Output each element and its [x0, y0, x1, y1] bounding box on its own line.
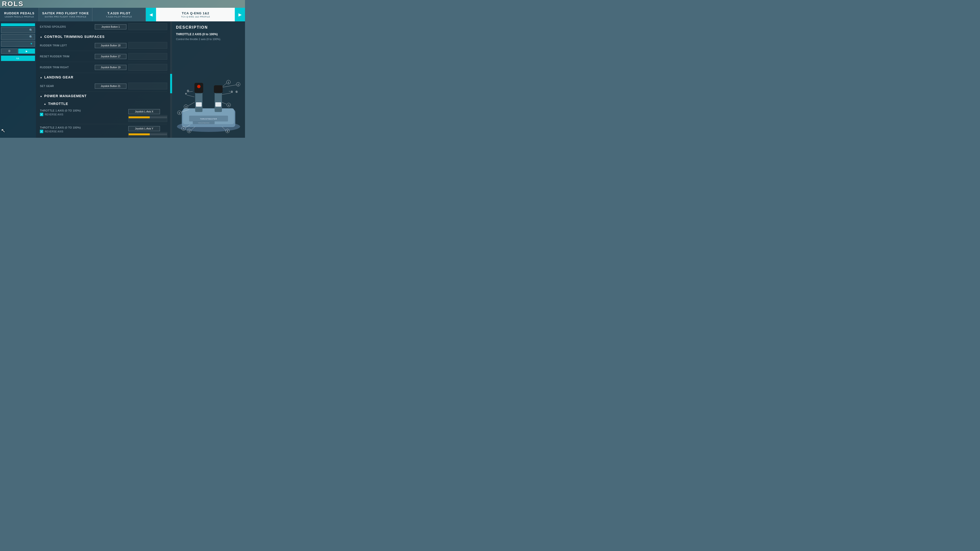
- content-inner: EXTEND SPOILERS Joystick Button 1 ▲ CONT…: [36, 21, 172, 138]
- tab-a320[interactable]: T.A320 PILOT T.A320 PILOT PROFILE: [92, 8, 146, 21]
- binding-btn-extend-spoilers-1[interactable]: Joystick Button 1: [95, 24, 126, 29]
- svg-text:⑪: ⑪: [187, 90, 189, 92]
- search-input-2[interactable]: [3, 36, 28, 38]
- svg-point-10: [197, 85, 200, 88]
- svg-line-16: [223, 83, 227, 86]
- binding-label-throttle1-container: THROTTLE 1 AXIS (0 TO 100%) ✓ REVERSE AX…: [40, 109, 126, 116]
- binding-slot-rudder-trim-right-2[interactable]: [128, 64, 167, 71]
- svg-text:1: 1: [228, 81, 229, 84]
- binding-label-extend-spoilers: EXTEND SPOILERS: [40, 25, 93, 28]
- search-icon-1: 🔍: [29, 29, 33, 32]
- tab-tca-label: TCA Q-ENG 1&2: [182, 11, 209, 15]
- chevron-landing-gear-icon: ▲: [40, 76, 42, 79]
- binding-slot-extend-spoilers-2[interactable]: [128, 23, 167, 30]
- sidebar-nav-next[interactable]: ▶: [18, 49, 35, 54]
- binding-checkbox-throttle1[interactable]: ✓: [40, 113, 43, 116]
- svg-text:2: 2: [237, 83, 239, 86]
- tab-a320-sublabel: T.A320 PILOT PROFILE: [106, 16, 132, 18]
- binding-row-rudder-trim-right: RUDDER TRIM RIGHT Joystick Button 19: [40, 62, 167, 73]
- device-svg: THRUSTMASTER THRUSTMASTER 1 2 3 4: [175, 78, 243, 134]
- checkmark-throttle1-icon: ✓: [41, 113, 43, 116]
- nav-prev-icon: D: [8, 50, 10, 52]
- section-header-landing-gear[interactable]: ▲ LANDING GEAR: [40, 73, 167, 81]
- binding-btn-set-gear-1[interactable]: Joystick Button 21: [95, 84, 126, 89]
- install-all-label: LL: [16, 57, 19, 60]
- dropdown-chevron-icon: ▼: [30, 42, 33, 45]
- scroll-track[interactable]: [170, 21, 172, 138]
- binding-btn-rudder-trim-right-1[interactable]: Joystick Button 19: [95, 65, 126, 70]
- tab-saitek[interactable]: SAITEK PRO FLIGHT YOKE SAITEK PRO FLIGHT…: [39, 8, 92, 21]
- binding-row-throttle2: THROTTLE 2 AXIS (0 TO 100%) ✓ REVERSE AX…: [40, 124, 167, 138]
- binding-btn-throttle1-1[interactable]: Joystick L-Axis X: [128, 109, 160, 114]
- page-title: ROLS: [2, 0, 24, 8]
- checkmark-throttle2-icon: ✓: [41, 130, 43, 133]
- binding-slot-throttle2-2[interactable]: [128, 132, 167, 138]
- device-diagram: THRUSTMASTER THRUSTMASTER 1 2 3 4: [174, 76, 243, 134]
- binding-slot-throttle1-2[interactable]: [128, 115, 167, 122]
- svg-text:4: 4: [228, 104, 229, 106]
- binding-btn-reset-rudder-trim-1[interactable]: Joystick Button 17: [95, 54, 126, 59]
- binding-slot-reset-rudder-trim-2[interactable]: [128, 53, 167, 60]
- search-input-1[interactable]: [3, 29, 28, 32]
- binding-btn-throttle2-1[interactable]: Joystick L-Axis Y: [128, 126, 160, 131]
- binding-slot-rudder-trim-left-2[interactable]: [128, 42, 167, 49]
- tab-rudder-label: RUDDER PEDALS: [4, 11, 35, 15]
- binding-label-reset-rudder-trim: RESET RUDDER TRIM: [40, 55, 93, 58]
- chevron-trim-icon: ▲: [40, 35, 42, 38]
- section-header-trim[interactable]: ▲ CONTROL TRIMMING SURFACES: [40, 32, 167, 40]
- binding-controls-throttle1: Joystick L-Axis X: [128, 109, 167, 122]
- svg-text:3: 3: [185, 106, 186, 108]
- sidebar-nav-prev[interactable]: D: [1, 49, 18, 54]
- tab-tca[interactable]: ◀ TCA Q-ENG 1&2 TCA Q-ENG 1&2 PROFILE: [146, 8, 235, 21]
- description-func-detail: Control the throttle 2 axis (0 to 100%).: [176, 37, 241, 41]
- section-header-throttle[interactable]: ▲ THROTTLE: [40, 99, 167, 107]
- svg-text:7: 7: [183, 127, 184, 130]
- binding-row-rudder-trim-left: RUDDER TRIM LEFT Joystick Button 18: [40, 40, 167, 51]
- svg-text:⑬: ⑬: [231, 91, 233, 93]
- section-header-power[interactable]: ▲ POWER MANAGEMENT: [40, 92, 167, 99]
- binding-checkbox-row-throttle1: ✓ REVERSE AXIS: [40, 113, 126, 116]
- tab-rudder-pedals[interactable]: RUDDER PEDALS UDDER PEDALS PROFILE: [0, 8, 39, 21]
- description-func-name: THROTTLE 2 AXIS (0 to 100%): [176, 33, 241, 36]
- binding-row-throttle1: THROTTLE 1 AXIS (0 TO 100%) ✓ REVERSE AX…: [40, 107, 167, 124]
- binding-label-rudder-trim-left: RUDDER TRIM LEFT: [40, 44, 93, 47]
- binding-checkbox-row-throttle2: ✓ REVERSE AXIS: [40, 130, 126, 133]
- next-arrow-icon: ▶: [239, 13, 241, 17]
- sidebar-search-2[interactable]: 🔍: [1, 34, 35, 40]
- binding-checkbox-throttle2[interactable]: ✓: [40, 130, 43, 133]
- sidebar-dropdown[interactable]: ▼: [1, 41, 35, 47]
- svg-text:8: 8: [188, 130, 189, 132]
- scroll-thumb[interactable]: [170, 74, 172, 93]
- cursor-icon: ↖: [1, 127, 5, 134]
- tab-next-button[interactable]: ▶: [235, 8, 245, 21]
- tab-prev-button[interactable]: ◀: [146, 8, 156, 21]
- binding-row-set-gear: SET GEAR Joystick Button 21: [40, 81, 167, 92]
- svg-line-19: [223, 85, 237, 87]
- tab-bar: RUDDER PEDALS UDDER PEDALS PROFILE SAITE…: [0, 8, 245, 21]
- sidebar-category-button[interactable]: [1, 23, 35, 26]
- binding-label-throttle2: THROTTLE 2 AXIS (0 TO 100%): [40, 126, 126, 129]
- sidebar-search-1[interactable]: 🔍: [1, 27, 35, 33]
- svg-rect-7: [196, 102, 202, 106]
- chevron-power-icon: ▲: [40, 95, 42, 97]
- install-all-button[interactable]: LL: [1, 56, 35, 61]
- binding-controls-throttle2: Joystick L-Axis Y: [128, 126, 167, 138]
- binding-btn-rudder-trim-left-1[interactable]: Joystick Button 18: [95, 43, 126, 48]
- right-description-panel: DESCRIPTION THROTTLE 2 AXIS (0 to 100%) …: [172, 21, 245, 138]
- svg-text:8: 8: [227, 130, 228, 132]
- binding-label-throttle1: THROTTLE 1 AXIS (0 TO 100%): [40, 109, 126, 112]
- tab-tca-sublabel: TCA Q-ENG 1&2 PROFILE: [181, 16, 210, 18]
- binding-slot-set-gear-2[interactable]: [128, 83, 167, 89]
- tab-saitek-label: SAITEK PRO FLIGHT YOKE: [42, 11, 89, 15]
- sidebar-nav: D ▶: [1, 49, 35, 54]
- binding-label-throttle2-container: THROTTLE 2 AXIS (0 TO 100%) ✓ REVERSE AX…: [40, 126, 126, 133]
- svg-rect-11: [214, 85, 223, 93]
- svg-line-46: [222, 93, 231, 95]
- svg-line-43: [187, 95, 194, 97]
- binding-checkbox-label-throttle1: REVERSE AXIS: [45, 113, 63, 116]
- section-throttle-label: THROTTLE: [48, 102, 68, 106]
- binding-row-reset-rudder-trim: RESET RUDDER TRIM Joystick Button 17: [40, 51, 167, 62]
- throttle1-progress-bar: [129, 116, 167, 118]
- description-title: DESCRIPTION: [176, 25, 241, 30]
- svg-text:›: ›: [229, 90, 230, 92]
